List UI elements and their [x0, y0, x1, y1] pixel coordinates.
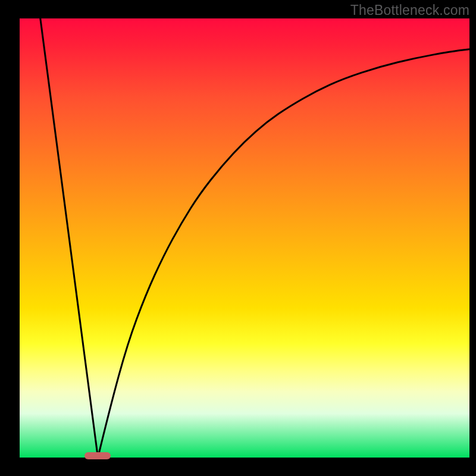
minimum-marker: [84, 452, 111, 459]
chart-curve: [0, 0, 476, 476]
watermark-text: TheBottleneck.com: [350, 2, 469, 18]
